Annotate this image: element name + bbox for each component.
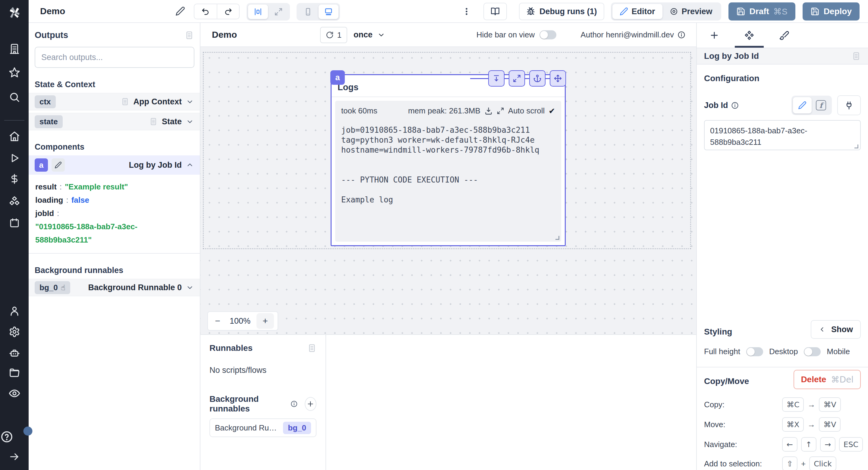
expand-icon[interactable] — [509, 70, 525, 87]
gear-icon[interactable] — [9, 326, 20, 337]
chevron-up-icon[interactable] — [186, 161, 194, 169]
outputs-panel: Outputs State & Context ctx App Context … — [29, 23, 200, 470]
hide-bar-toggle[interactable] — [539, 30, 556, 39]
logs-component[interactable]: a Logs — [331, 74, 566, 246]
chevron-down-icon[interactable] — [186, 284, 194, 291]
run-mode-select[interactable]: once — [353, 30, 385, 39]
zoom-in-button[interactable]: + — [256, 313, 274, 329]
components-icon — [744, 30, 754, 40]
rename-pencil-icon[interactable] — [176, 6, 185, 16]
notification-dot — [23, 427, 32, 436]
undo-redo-group — [194, 4, 240, 19]
mobile-view-button[interactable] — [298, 4, 318, 19]
user-icon[interactable] — [9, 305, 20, 317]
jobid-prop-value[interactable]: "01910865-188a-bab7-a3ec-588b9ba3c211" — [35, 220, 193, 246]
result-prop[interactable]: result:"Example result" — [35, 180, 193, 194]
state-row[interactable]: state State — [29, 113, 200, 130]
info-icon[interactable] — [678, 31, 685, 39]
eye-icon[interactable] — [8, 387, 21, 400]
deploy-button[interactable]: Deploy — [803, 2, 860, 21]
dollar-icon[interactable] — [9, 173, 20, 184]
search-outputs-input[interactable] — [35, 47, 194, 68]
canvas-grid[interactable]: a Logs — [200, 47, 696, 334]
search-icon[interactable] — [9, 91, 20, 103]
resize-handle[interactable] — [555, 236, 559, 240]
prop-value: false — [71, 196, 89, 205]
prop-key: result — [35, 182, 57, 191]
component-a-row[interactable]: a Log by Job Id — [29, 155, 200, 175]
draft-label: Draft — [749, 7, 769, 16]
chevron-down-icon[interactable] — [186, 118, 194, 125]
desktop-toggle[interactable] — [804, 347, 821, 356]
refresh-count: 1 — [337, 30, 341, 40]
star-icon[interactable] — [9, 67, 20, 78]
debug-runs-button[interactable]: Debug runs (1) — [519, 3, 604, 20]
component-selection-badge[interactable]: a — [330, 70, 345, 85]
building-icon[interactable] — [9, 43, 20, 54]
resize-handle[interactable] — [855, 145, 858, 148]
delete-component-button[interactable]: Delete ⌘Del — [794, 370, 861, 389]
jobid-prop[interactable]: jobId: — [35, 207, 193, 220]
loading-prop[interactable]: loading:false — [35, 194, 193, 207]
move-icon[interactable] — [550, 70, 566, 87]
kbd-key: ⌘V — [819, 417, 841, 432]
fill-height-icon[interactable] — [488, 70, 504, 87]
arrow-right-icon[interactable] — [9, 451, 20, 463]
topbar: Demo — [29, 0, 868, 23]
app-title: Demo — [40, 6, 65, 16]
function-input-icon[interactable]: f — [812, 97, 830, 113]
full-width-button[interactable] — [269, 4, 288, 19]
home-icon[interactable] — [9, 130, 20, 142]
preview-label: Preview — [682, 7, 712, 16]
debug-runs-label: Debug runs (1) — [539, 7, 597, 16]
calendar-icon[interactable] — [9, 217, 20, 228]
folder-icon[interactable] — [9, 367, 20, 379]
tab-component-settings[interactable] — [732, 23, 767, 48]
runnables-title: Runnables — [210, 343, 253, 353]
windmill-logo-icon[interactable] — [7, 5, 22, 21]
anchor-icon[interactable] — [529, 70, 546, 87]
draft-button[interactable]: Draft ⌘S — [728, 2, 795, 21]
edit-id-pencil-icon[interactable] — [52, 158, 65, 172]
ctx-row[interactable]: ctx App Context — [29, 93, 200, 110]
chevron-down-icon[interactable] — [186, 98, 194, 106]
play-icon[interactable] — [9, 153, 20, 164]
expand-logs-icon[interactable] — [497, 107, 504, 115]
job-id-input[interactable]: 01910865-188a-bab7-a3ec-588b9ba3c211 — [704, 120, 861, 150]
full-height-toggle[interactable] — [746, 347, 763, 356]
help-icon[interactable] — [0, 430, 29, 443]
show-styling-button[interactable]: Show — [811, 320, 861, 339]
doc-icon[interactable] — [307, 344, 316, 353]
more-menu-icon[interactable] — [461, 6, 472, 17]
tab-insert-component[interactable] — [697, 23, 732, 48]
undo-button[interactable] — [194, 4, 217, 19]
ctx-label: App Context — [133, 97, 182, 107]
connect-plug-icon[interactable] — [837, 95, 861, 115]
tab-preview[interactable]: Preview — [662, 4, 720, 19]
doc-icon[interactable] — [185, 31, 194, 40]
add-bg-runnable-button[interactable] — [305, 397, 316, 411]
auto-scroll-checkbox[interactable]: ✔ — [549, 107, 555, 116]
bg0-badge: bg_0 — [39, 283, 58, 292]
tab-styling[interactable] — [767, 23, 802, 48]
download-logs-icon[interactable] — [484, 107, 493, 115]
center-align-button[interactable] — [248, 4, 268, 19]
redo-button[interactable] — [217, 4, 239, 19]
info-icon[interactable] — [731, 102, 739, 109]
doc-icon[interactable] — [852, 52, 861, 61]
robot-icon[interactable] — [9, 347, 20, 359]
refresh-count-button[interactable]: 1 — [320, 27, 347, 43]
bg-runnable-row[interactable]: bg_0 ☝ Background Runnable 0 — [29, 279, 200, 296]
log-viewer[interactable]: took 60ms mem peak: 261.3MB Auto scroll … — [335, 101, 561, 242]
bg-runnable-item[interactable]: Background Runnable 0 bg_0 — [210, 418, 316, 437]
zoom-level: 100% — [230, 317, 250, 326]
refresh-icon — [326, 31, 334, 39]
docs-button[interactable] — [484, 3, 507, 20]
static-input-pencil-icon[interactable] — [793, 97, 812, 113]
tab-editor[interactable]: Editor — [613, 4, 662, 19]
zoom-out-button[interactable]: − — [212, 316, 224, 326]
info-icon[interactable] — [290, 400, 298, 408]
cubes-icon[interactable] — [9, 196, 20, 207]
desktop-view-button[interactable] — [318, 4, 338, 19]
draft-shortcut: ⌘S — [773, 7, 787, 17]
